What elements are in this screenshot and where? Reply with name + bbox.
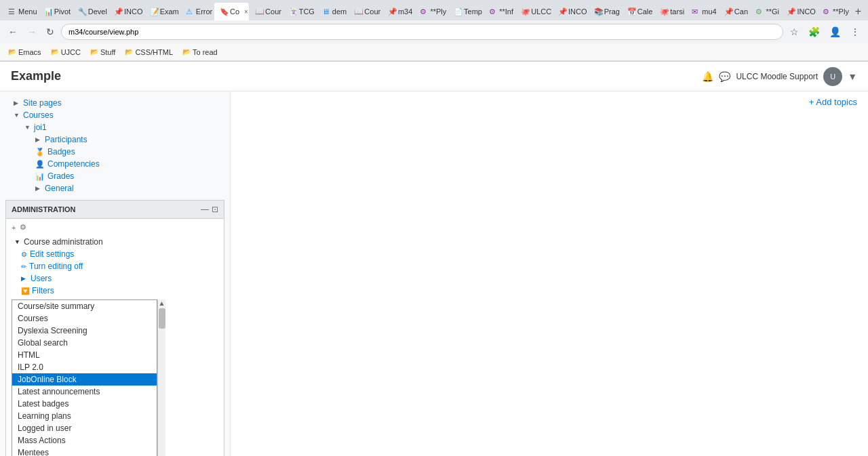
dropdown-item[interactable]: Courses bbox=[12, 312, 157, 325]
dropdown-item[interactable]: JobOnline Block bbox=[12, 373, 157, 386]
tab-can[interactable]: 📌Can bbox=[719, 3, 750, 20]
forward-button[interactable]: → bbox=[24, 25, 39, 39]
bookmark-label: To read bbox=[193, 48, 218, 56]
add-topics-button[interactable]: + Add topics bbox=[809, 97, 857, 107]
joi1-item[interactable]: ▼ joi1 bbox=[0, 121, 230, 133]
tab-ulcc[interactable]: 🐙ULCC bbox=[515, 3, 552, 20]
badges-item[interactable]: 🏅 Badges bbox=[0, 146, 230, 158]
tab-mu4[interactable]: ✉mu4 bbox=[686, 3, 718, 20]
tab-dem[interactable]: 🖥dem bbox=[317, 3, 349, 20]
tab-cal[interactable]: 📅Cale bbox=[622, 3, 654, 20]
competencies-item[interactable]: 👤 Competencies bbox=[0, 158, 230, 170]
scroll-up-btn[interactable]: ▲ bbox=[159, 299, 165, 307]
grades-item[interactable]: 📊 Grades bbox=[0, 170, 230, 182]
tab-ply[interactable]: ⚙**Ply bbox=[414, 3, 448, 20]
filters-item[interactable]: 🔽 Filters bbox=[12, 285, 218, 297]
site-pages-item[interactable]: ▶ Site pages bbox=[0, 97, 230, 109]
admin-gear-btn[interactable]: ⚙ bbox=[20, 223, 26, 232]
profile-button[interactable]: 👤 bbox=[827, 25, 844, 39]
badges-label: Badges bbox=[47, 147, 75, 157]
tab-error[interactable]: ⚠Error bbox=[180, 3, 214, 20]
tab-prag[interactable]: 📚Prag bbox=[589, 3, 621, 20]
general-item[interactable]: ▶ General bbox=[0, 182, 230, 194]
tab-ply2[interactable]: ⚙**Ply bbox=[817, 3, 850, 20]
tab-temp[interactable]: 📄Temp bbox=[448, 3, 483, 20]
dropdown-item[interactable]: ILP 2.0 bbox=[12, 361, 157, 373]
tab-exam[interactable]: 📝Exam bbox=[144, 3, 180, 20]
tab-m34[interactable]: 📌m34 bbox=[382, 3, 414, 20]
tab-inf[interactable]: ⚙**Inf bbox=[484, 3, 515, 20]
course-admin-label: Course administration bbox=[24, 237, 103, 247]
dropdown-item[interactable]: Mass Actions bbox=[12, 434, 157, 447]
reload-button[interactable]: ↻ bbox=[43, 25, 57, 39]
tab-inco2[interactable]: 📌INCO bbox=[553, 3, 588, 20]
notification-bell[interactable]: 🔔 bbox=[702, 71, 713, 82]
dropdown-item[interactable]: Latest announcements bbox=[12, 386, 157, 398]
tab-favicon: 📌 bbox=[388, 7, 396, 16]
tab-label: TCG bbox=[299, 7, 315, 16]
bookmark-ujcc[interactable]: 📂UJCC bbox=[48, 47, 83, 58]
courses-toggle: ▼ bbox=[14, 112, 20, 119]
tab-label: dem bbox=[332, 7, 347, 16]
participants-toggle: ▶ bbox=[35, 136, 42, 143]
bookmark-stuff[interactable]: 📂Stuff bbox=[87, 47, 118, 58]
bookmark-folder-icon: 📂 bbox=[90, 48, 98, 56]
extensions-button[interactable]: 🧩 bbox=[806, 25, 823, 39]
tab-pivot[interactable]: 📊Pivot bbox=[39, 3, 72, 20]
tab-favicon: ⚙ bbox=[489, 7, 497, 16]
message-icon[interactable]: 💬 bbox=[719, 71, 730, 82]
tab-tarsi[interactable]: 🐙tarsi bbox=[654, 3, 686, 20]
tab-co[interactable]: 🔖Co× bbox=[214, 3, 249, 20]
address-input[interactable] bbox=[61, 24, 783, 40]
edit-settings-item[interactable]: ⚙ Edit settings bbox=[12, 248, 218, 260]
avatar[interactable]: U bbox=[823, 67, 842, 86]
users-item[interactable]: ▶ Users bbox=[12, 272, 218, 285]
dropdown-item[interactable]: Logged in user bbox=[12, 422, 157, 434]
tab-close-btn[interactable]: × bbox=[244, 8, 248, 16]
menu-button[interactable]: ⋮ bbox=[848, 25, 863, 39]
back-button[interactable]: ← bbox=[5, 25, 20, 39]
admin-minimize-btn[interactable]: — bbox=[201, 205, 209, 214]
tab-menu[interactable]: ☰Menu bbox=[3, 3, 38, 20]
scrollbar-thumb[interactable] bbox=[159, 308, 165, 329]
address-bar-row: ← → ↻ ☆ 🧩 👤 ⋮ bbox=[0, 20, 868, 43]
tab-cour3[interactable]: 📖Cour bbox=[349, 3, 382, 20]
course-admin-item[interactable]: ▼ Course administration bbox=[12, 236, 218, 248]
main-layout: ▶ Site pages ▼ Courses ▼ joi1 ▶ Particip… bbox=[0, 91, 868, 456]
dropdown-item[interactable]: Learning plans bbox=[12, 410, 157, 422]
admin-block-title: ADMINISTRATION bbox=[12, 205, 76, 213]
tab-cour2[interactable]: 📖Cour bbox=[250, 3, 283, 20]
expand-button[interactable]: ▼ bbox=[848, 71, 857, 82]
tab-dev[interactable]: 🔧Devel bbox=[73, 3, 108, 20]
filters-label: Filters bbox=[32, 286, 54, 295]
tab-tcg[interactable]: 🃏TCG bbox=[283, 3, 316, 20]
tab-label: INCO bbox=[797, 7, 816, 16]
sidebar: ▶ Site pages ▼ Courses ▼ joi1 ▶ Particip… bbox=[0, 91, 231, 456]
dropdown-item[interactable]: HTML bbox=[12, 349, 157, 361]
dropdown-item[interactable]: Global search bbox=[12, 337, 157, 349]
courses-item[interactable]: ▼ Courses bbox=[0, 109, 230, 121]
participants-item[interactable]: ▶ Participants bbox=[0, 133, 230, 146]
dropdown-item[interactable]: Mentees bbox=[12, 447, 157, 456]
turn-editing-off-item[interactable]: ✏ Turn editing off bbox=[12, 260, 218, 272]
bookmark-folder-icon: 📂 bbox=[51, 48, 59, 56]
tab-gi[interactable]: ⚙**Gi bbox=[750, 3, 781, 20]
bookmark-css-html[interactable]: 📂CSS/HTML bbox=[122, 47, 176, 58]
tab-favicon: 📌 bbox=[114, 7, 122, 16]
scrollbar-track[interactable]: ▲ ▼ bbox=[157, 299, 165, 456]
dropdown-item[interactable]: Dyslexia Screening bbox=[12, 325, 157, 337]
bookmark-star[interactable]: ☆ bbox=[787, 25, 802, 39]
dropdown-list[interactable]: Course/site summaryCoursesDyslexia Scree… bbox=[12, 299, 157, 456]
bookmark-emacs[interactable]: 📂Emacs bbox=[5, 47, 44, 58]
dropdown-item[interactable]: Latest badges bbox=[12, 398, 157, 410]
grades-icon: 📊 bbox=[35, 172, 45, 181]
tab-favicon: ⚙ bbox=[420, 7, 428, 16]
admin-plus-btn[interactable]: + bbox=[12, 223, 16, 232]
tab-inco3[interactable]: 📌INCO bbox=[781, 3, 816, 20]
bookmark-to read[interactable]: 📂To read bbox=[180, 47, 220, 58]
new-tab-button[interactable]: + bbox=[851, 5, 865, 18]
admin-config-btn[interactable]: ⊡ bbox=[212, 205, 218, 214]
dropdown-scrollable: Course/site summaryCoursesDyslexia Scree… bbox=[12, 299, 218, 456]
tab-inco[interactable]: 📌INCO bbox=[108, 3, 144, 20]
dropdown-item[interactable]: Course/site summary bbox=[12, 300, 157, 312]
